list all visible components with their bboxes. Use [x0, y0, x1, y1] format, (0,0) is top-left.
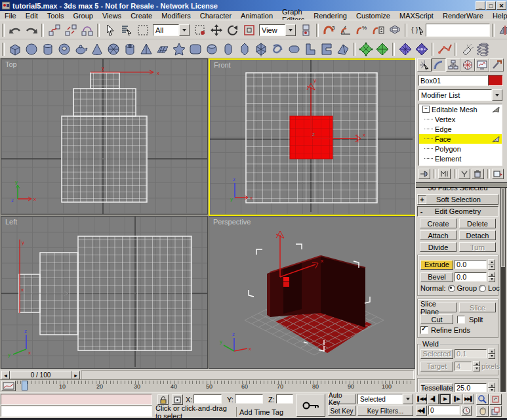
command-panel-scrollbar[interactable] [500, 187, 506, 392]
minimize-button[interactable]: _ [476, 1, 485, 10]
local-label[interactable]: Local [488, 284, 500, 292]
viewport-top-label[interactable]: Top [5, 60, 17, 68]
selection-filter-arrow[interactable] [179, 24, 190, 36]
auto-key-button[interactable]: Auto Key [328, 394, 355, 404]
attach-button[interactable]: Attach [420, 230, 456, 240]
weld-target-field[interactable]: 4 [455, 362, 472, 371]
tri-patch-button[interactable] [374, 41, 390, 57]
coordsys-dropdown[interactable]: View [259, 24, 296, 36]
stack-subobject-face[interactable]: Face [419, 134, 502, 144]
rollout-collapse-icon[interactable]: - [418, 207, 425, 215]
spindle-button[interactable] [236, 41, 253, 57]
time-configuration-button[interactable] [461, 406, 472, 416]
weld-threshold-field[interactable]: 0.1 [455, 349, 487, 358]
prism-button[interactable] [335, 41, 351, 57]
time-slider-handle[interactable]: 0 / 100 [10, 371, 71, 379]
split-label[interactable]: Split [469, 316, 483, 324]
detach-button[interactable]: Detach [459, 230, 496, 240]
add-time-tag[interactable]: Add Time Tag [236, 407, 296, 417]
perspective-viewport-canvas[interactable]: x zxy [209, 217, 414, 367]
select-and-rotate-button[interactable] [224, 22, 241, 38]
nurbs-point-surface-button[interactable] [397, 41, 413, 57]
tab-create[interactable] [417, 58, 432, 72]
geosphere-primitive-button[interactable] [105, 41, 121, 57]
set-keys-button[interactable] [296, 394, 325, 417]
stack-subobject-polygon[interactable]: Polygon [419, 144, 502, 154]
set-key-button[interactable]: Set Key [328, 406, 355, 416]
create-button[interactable]: Create [420, 219, 456, 228]
pyramid-primitive-button[interactable] [138, 41, 154, 57]
named-selection-input[interactable] [426, 24, 490, 37]
play-button[interactable]: ▶ [439, 394, 451, 404]
chamfer-cylinder-button[interactable] [203, 41, 220, 57]
current-frame-field[interactable] [428, 406, 460, 415]
selection-region-button[interactable] [134, 22, 151, 38]
menu-animation[interactable]: Animation [236, 12, 277, 20]
front-viewport-canvas[interactable]: y x z zxy [210, 60, 413, 212]
menu-file[interactable]: File [0, 12, 21, 20]
use-center-button[interactable] [298, 22, 314, 38]
maxscript-listener-white[interactable] [1, 406, 152, 417]
select-by-name-button[interactable] [118, 22, 134, 38]
menu-tools[interactable]: Tools [43, 12, 69, 20]
bevel-button[interactable]: Bevel [420, 272, 453, 282]
capsule-button[interactable] [285, 41, 302, 57]
menu-customize[interactable]: Customize [352, 12, 395, 20]
menu-group[interactable]: Group [68, 12, 98, 20]
select-and-move-button[interactable] [208, 22, 224, 38]
menu-character[interactable]: Character [195, 12, 236, 20]
rollout-expand-icon[interactable]: + [418, 195, 426, 204]
modifier-list-dropdown[interactable]: Modifier List [418, 89, 502, 101]
divide-button[interactable]: Divide [420, 242, 456, 252]
menu-rendering[interactable]: Rendering [309, 12, 352, 20]
menu-maxscript[interactable]: MAXScript [395, 12, 438, 20]
chamfer-box-button[interactable] [187, 41, 203, 57]
rollout-edit-geometry[interactable]: - Edit Geometry [417, 206, 498, 217]
link-button[interactable] [46, 22, 62, 38]
key-mode-arrow[interactable] [403, 394, 413, 404]
select-object-button[interactable] [102, 22, 118, 38]
maximize-button[interactable]: □ [486, 1, 496, 10]
key-mode-dropdown[interactable]: Selected [357, 394, 413, 404]
maxscript-listener-pink[interactable] [1, 394, 152, 405]
scrollbar-thumb[interactable] [501, 188, 505, 267]
menu-create[interactable]: Create [126, 12, 157, 20]
make-unique-button[interactable] [458, 169, 470, 179]
top-viewport-canvas[interactable]: x y yxz [1, 59, 207, 214]
tube-primitive-button[interactable] [121, 41, 138, 57]
torus-knot-button[interactable] [269, 41, 285, 57]
x-coord-field[interactable] [193, 394, 222, 404]
tab-motion[interactable] [460, 58, 475, 72]
modifier-list-arrow[interactable] [492, 89, 502, 101]
extrude-spinner[interactable] [488, 259, 495, 270]
window-crossing-toggle[interactable] [192, 22, 208, 38]
min-max-toggle-button[interactable] [489, 406, 502, 417]
absolute-offset-toggle[interactable] [172, 394, 183, 405]
viewport-front-label[interactable]: Front [214, 61, 231, 69]
menu-edit[interactable]: Edit [21, 12, 43, 20]
quad-patch-button[interactable] [357, 41, 374, 57]
select-and-scale-button[interactable] [241, 22, 257, 38]
extrude-button[interactable]: Extrude [420, 260, 453, 270]
weld-threshold-spinner[interactable] [488, 348, 495, 359]
extrude-value-field[interactable]: 0.0 [455, 260, 487, 269]
angle-snap-button[interactable] [337, 22, 354, 38]
viewport-perspective[interactable]: Perspective [209, 216, 415, 369]
spring-button[interactable] [476, 41, 492, 57]
modifier-stack[interactable]: − Editable Mesh Vertex Edge Face Polygon… [418, 104, 502, 166]
viewport-left-label[interactable]: Left [5, 218, 17, 226]
l-ext-button[interactable] [302, 41, 318, 57]
stack-subobject-element[interactable]: Element [419, 154, 502, 163]
tessellate-value-field[interactable]: 25.0 [455, 383, 487, 392]
teapot-primitive-button[interactable] [72, 41, 89, 57]
coordsys-arrow[interactable] [285, 24, 296, 36]
delete-button[interactable]: Delete [459, 219, 496, 228]
refine-ends-label[interactable]: Refine Ends [431, 326, 470, 334]
zoom-extents-button[interactable] [489, 394, 502, 405]
left-viewport-canvas[interactable]: y x zyx [1, 217, 207, 367]
stack-subobject-vertex[interactable]: Vertex [419, 114, 502, 124]
tab-hierarchy[interactable] [446, 58, 460, 72]
plane-primitive-button[interactable] [154, 41, 171, 57]
tessellate-spinner[interactable] [488, 383, 495, 392]
mirror-button[interactable] [497, 22, 507, 38]
